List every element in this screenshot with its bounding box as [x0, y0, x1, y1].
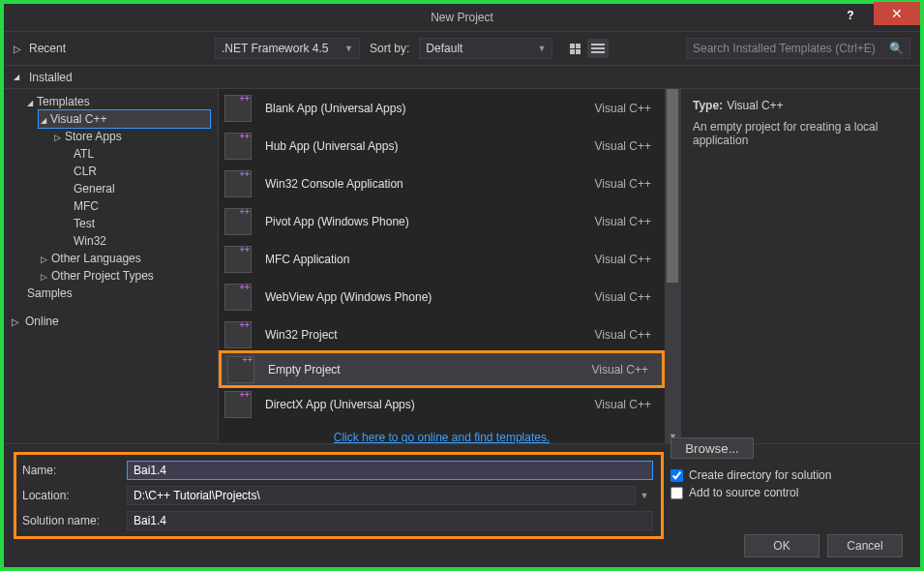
template-name: DirectX App (Universal Apps)	[265, 398, 581, 411]
visual-cpp-node[interactable]: Visual C++	[38, 109, 211, 129]
template-row[interactable]: Win32 Console Application Visual C++	[219, 165, 665, 202]
form-highlight-box: Name: Location: ▼ Solution name:	[14, 452, 664, 539]
template-row[interactable]: WebView App (Windows Phone) Visual C++	[219, 278, 665, 316]
expand-icon	[41, 269, 47, 283]
ok-button[interactable]: OK	[744, 534, 820, 557]
search-placeholder: Search Installed Templates (Ctrl+E)	[693, 42, 876, 55]
grid-view-icon	[570, 44, 581, 54]
template-lang: Visual C++	[595, 328, 651, 342]
template-name: Blank App (Universal Apps)	[265, 102, 581, 115]
detail-panel: Type:Visual C++ An empty project for cre…	[680, 89, 920, 443]
template-name: Hub App (Universal Apps)	[265, 139, 581, 153]
template-row[interactable]: Pivot App (Windows Phone) Visual C++	[219, 202, 665, 240]
installed-label[interactable]: Installed	[29, 71, 73, 84]
template-lang: Visual C++	[595, 398, 651, 411]
template-lang: Visual C++	[595, 139, 651, 153]
chevron-down-icon: ▼	[344, 44, 353, 53]
mfc-node[interactable]: MFC	[52, 197, 210, 215]
template-row[interactable]: DirectX App (Universal Apps) Visual C++	[219, 385, 665, 423]
template-icon	[224, 391, 252, 418]
template-name: WebView App (Windows Phone)	[265, 290, 581, 304]
win32-node[interactable]: Win32	[52, 232, 210, 250]
template-row[interactable]: Empty Project Visual C++	[219, 350, 665, 388]
name-input[interactable]	[127, 461, 653, 480]
template-lang: Visual C++	[595, 102, 651, 115]
list-view-icon	[591, 44, 605, 53]
new-project-dialog: New Project ? ✕ ▷ Recent .NET Framework …	[0, 0, 924, 571]
help-button[interactable]: ?	[833, 4, 868, 27]
general-node[interactable]: General	[52, 180, 210, 197]
location-dropdown-icon[interactable]: ▼	[636, 491, 653, 500]
close-button[interactable]: ✕	[874, 2, 920, 25]
recent-label[interactable]: Recent	[29, 42, 66, 55]
browse-button[interactable]: Browse...	[671, 437, 754, 459]
sort-combo[interactable]: Default ▼	[419, 38, 552, 59]
template-lang: Visual C++	[595, 177, 651, 191]
window-title: New Project	[431, 11, 493, 24]
other-project-types-node[interactable]: Other Project Types	[39, 267, 210, 285]
search-icon[interactable]: 🔍	[889, 42, 904, 55]
template-row[interactable]: Blank App (Universal Apps) Visual C++	[219, 89, 665, 127]
installed-header: ◢ Installed	[4, 66, 920, 89]
template-icon	[224, 208, 252, 235]
template-lang: Visual C++	[595, 215, 651, 228]
search-input[interactable]: Search Installed Templates (Ctrl+E) 🔍	[686, 38, 910, 59]
template-icon	[227, 356, 254, 383]
template-icon	[224, 133, 252, 160]
templates-node[interactable]: Templates	[25, 93, 210, 110]
store-apps-node[interactable]: Store Apps	[52, 128, 210, 145]
template-icon	[224, 246, 252, 273]
expand-icon	[54, 130, 61, 143]
sidebar: Templates Visual C++ Store Apps ATL CLR …	[4, 89, 219, 443]
framework-combo[interactable]: .NET Framework 4.5 ▼	[215, 38, 360, 59]
template-lang: Visual C++	[592, 363, 648, 376]
recent-arrow-icon[interactable]: ▷	[14, 44, 23, 54]
template-name: Win32 Project	[265, 328, 581, 342]
name-label: Name:	[22, 464, 127, 477]
location-input[interactable]	[127, 486, 636, 505]
find-templates-link[interactable]: Click here to go online and find templat…	[334, 431, 550, 443]
location-label: Location:	[22, 489, 127, 502]
template-icon	[224, 284, 252, 311]
add-source-control-input[interactable]	[671, 487, 683, 499]
online-link-row: Click here to go online and find templat…	[219, 423, 665, 443]
template-scrollbar[interactable]: ▲ ▼	[665, 89, 680, 443]
create-directory-checkbox[interactable]: Create directory for solution	[671, 468, 903, 482]
test-node[interactable]: Test	[52, 215, 210, 232]
template-name: Empty Project	[268, 363, 579, 376]
template-lang: Visual C++	[595, 253, 651, 266]
template-name: Win32 Console Application	[265, 177, 581, 191]
expand-icon	[27, 95, 33, 108]
other-languages-node[interactable]: Other Languages	[39, 250, 210, 267]
sort-by-label: Sort by:	[370, 42, 409, 55]
atl-node[interactable]: ATL	[52, 145, 210, 163]
titlebar: New Project ? ✕	[4, 4, 920, 31]
form-right-column: Browse... Create directory for solution …	[671, 437, 903, 499]
clr-node[interactable]: CLR	[52, 163, 210, 180]
template-row[interactable]: Hub App (Universal Apps) Visual C++	[219, 127, 665, 165]
template-list[interactable]: Blank App (Universal Apps) Visual C++ Hu…	[219, 89, 665, 443]
type-value: Visual C++	[727, 99, 783, 112]
online-arrow-icon: ▷	[12, 316, 21, 327]
template-icon	[224, 95, 252, 122]
cancel-button[interactable]: Cancel	[827, 534, 903, 557]
online-section[interactable]: ▷ Online	[12, 312, 210, 331]
template-icon	[224, 321, 252, 348]
list-view-button[interactable]	[587, 39, 609, 58]
template-lang: Visual C++	[595, 290, 651, 304]
create-directory-input[interactable]	[671, 469, 683, 482]
template-panel: Blank App (Universal Apps) Visual C++ Hu…	[219, 89, 680, 443]
template-row[interactable]: MFC Application Visual C++	[219, 240, 665, 278]
solution-name-input[interactable]	[127, 511, 653, 530]
installed-arrow-icon[interactable]: ◢	[14, 73, 23, 81]
grid-view-button[interactable]	[564, 39, 585, 58]
toolbar: ▷ Recent .NET Framework 4.5 ▼ Sort by: D…	[4, 31, 920, 66]
template-name: Pivot App (Windows Phone)	[265, 215, 581, 228]
add-source-control-checkbox[interactable]: Add to source control	[671, 486, 903, 499]
samples-node[interactable]: Samples	[12, 285, 210, 302]
solution-name-label: Solution name:	[22, 514, 127, 527]
scroll-thumb[interactable]	[667, 89, 678, 283]
template-row[interactable]: Win32 Project Visual C++	[219, 316, 665, 353]
template-description: An empty project for creating a local ap…	[693, 120, 909, 147]
type-label: Type:	[693, 99, 723, 112]
